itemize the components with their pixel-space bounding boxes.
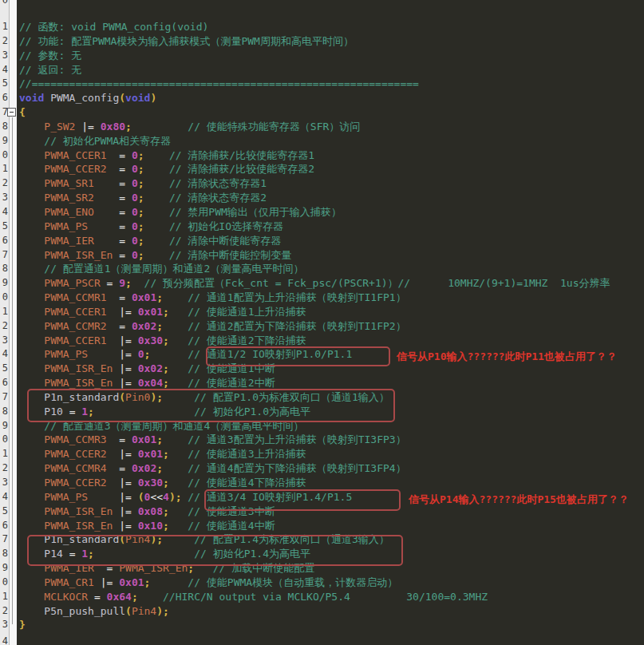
code-line[interactable]: PWMA_PS |= 0; // 通道1/2 IO映射到P1.0/P1.1 [19, 347, 610, 362]
line-number[interactable]: 7 [0, 532, 8, 547]
code-token: 0 [132, 235, 138, 247]
code-line[interactable]: PWMA_ENO = 0; // 禁用PWM输出（仅用于输入捕获） [19, 205, 610, 220]
code-line[interactable]: // 初始化PWMA相关寄存器 [19, 134, 610, 148]
line-number[interactable]: 0 [0, 576, 8, 590]
code-line[interactable]: PWMA_CR1 |= 0x01; // 使能PWMA模块（自动重载，计数器启动… [19, 576, 610, 590]
code-line[interactable]: PWMA_ISR_En |= 0x08; // 使能通道3中断 [19, 505, 610, 519]
code-token [107, 306, 120, 318]
line-number[interactable]: 2 [0, 34, 8, 49]
line-number[interactable]: 5 [0, 505, 8, 519]
line-number[interactable]: 2 [0, 461, 8, 476]
line-number[interactable]: 1 [0, 447, 8, 461]
fold-marker-icon[interactable] [7, 108, 16, 117]
line-number[interactable]: 6 [0, 234, 8, 248]
code-line[interactable]: PWMA_CCMR1 = 0x01; // 通道1配置为上升沿捕获（映射到TI1… [19, 291, 610, 305]
code-line[interactable]: P5n_push_pull(Pin4); [19, 604, 610, 619]
line-number[interactable]: 8 [0, 547, 8, 561]
code-line[interactable]: P10 = 1; // 初始化P1.0为高电平 [19, 405, 610, 419]
code-line[interactable]: PWMA_PSCR = 9; // 预分频配置（Fck_cnt = Fck_ps… [19, 276, 610, 291]
code-line[interactable]: PWMA_CCMR2 = 0x02; // 通道2配置为下降沿捕获（映射到TI1… [19, 319, 610, 334]
fold-line [12, 117, 13, 624]
code-line[interactable]: // 功能: 配置PWMA模块为输入捕获模式（测量PWM周期和高电平时间） [19, 34, 610, 49]
code-line[interactable]: P1n_standard(Pin4); // 配置P1.4为标准双向口（通道3输… [19, 532, 610, 547]
line-number[interactable]: 6 [0, 519, 8, 533]
code-token [169, 477, 188, 489]
code-line[interactable]: PWMA_CCER1 |= 0x30; // 使能通道2下降沿捕获 [19, 334, 610, 348]
code-line[interactable]: PWMA_SR2 = 0; // 清除状态寄存器2 [19, 191, 610, 205]
line-number[interactable]: 2 [0, 604, 8, 619]
line-number[interactable]: 6 [0, 376, 8, 390]
line-number[interactable]: 7 [0, 390, 8, 405]
code-line[interactable]: PWMA_SR1 = 0; // 清除状态寄存器1 [19, 176, 610, 191]
line-number[interactable]: 0 [0, 433, 8, 447]
line-number[interactable]: 8 [0, 262, 8, 276]
code-line[interactable]: PWMA_CCMR3 = 0x01; // 通道3配置为上升沿捕获（映射到TI3… [19, 433, 610, 447]
line-number[interactable]: 2 [0, 319, 8, 334]
code-line[interactable]: MCLKOCR = 0x64; //HIRC/N output via MCLK… [19, 590, 610, 604]
code-token: // 配置通道1（测量周期）和通道2（测量高电平时间） [44, 263, 303, 275]
code-line[interactable]: P1n_standard(Pin0); // 配置P1.0为标准双向口（通道1输… [19, 390, 610, 405]
line-number[interactable]: 1 [0, 162, 8, 176]
line-number[interactable]: 3 [0, 191, 8, 205]
code-line[interactable]: PWMA_CCER2 |= 0x30; // 使能通道4下降沿捕获 [19, 476, 610, 490]
line-number[interactable]: 8 [0, 405, 8, 419]
code-line[interactable]: PWMA_ISR_En |= 0x04; // 使能通道2中断 [19, 376, 610, 390]
code-token: 0 [132, 163, 138, 175]
code-line[interactable]: PWMA_CCER2 |= 0x01; // 使能通道3上升沿捕获 [19, 447, 610, 461]
code-line[interactable]: PWMA_IER = 0; // 清除中断使能寄存器 [19, 234, 610, 248]
code-line[interactable]: // 配置通道1（测量周期）和通道2（测量高电平时间） [19, 262, 610, 276]
line-number[interactable]: 7 [0, 248, 8, 263]
code-line[interactable]: P14 = 1; // 初始化P1.4为高电平 [19, 547, 610, 561]
line-number[interactable]: 2 [0, 176, 8, 191]
code-line[interactable]: PWMA_ISR_En = 0; // 清除中断使能控制变量 [19, 248, 610, 263]
line-number[interactable]: 4 [0, 347, 8, 362]
line-number[interactable]: 3 [0, 334, 8, 348]
line-number[interactable]: 3 [0, 476, 8, 490]
code-token: 1 [81, 548, 88, 560]
code-line[interactable]: PWMA_IER = PWMA_ISR_En; // 加载中断使能配置 [19, 561, 610, 576]
line-number[interactable]: 8 [0, 120, 8, 134]
line-number[interactable]: 4 [0, 205, 8, 220]
code-line[interactable]: PWMA_PS = 0; // 初始化IO选择寄存器 [19, 220, 610, 234]
line-number[interactable]: 1 [0, 590, 8, 604]
code-line[interactable]: // 返回: 无 [19, 63, 610, 77]
line-number[interactable]: 9 [0, 276, 8, 291]
line-number[interactable]: 4 [0, 63, 8, 77]
line-number[interactable]: 1 [0, 20, 8, 34]
code-line[interactable]: P_SW2 |= 0x80; // 使能特殊功能寄存器（SFR）访问 [19, 120, 610, 134]
code-line[interactable]: // 参数: 无 [19, 49, 610, 63]
code-line[interactable]: PWMA_CCER2 = 0; // 清除捕获/比较使能寄存器2 [19, 162, 610, 176]
line-number[interactable]: 0 [0, 291, 8, 305]
code-token [19, 576, 44, 588]
line-number[interactable]: 5 [0, 362, 8, 376]
code-token: 9 [119, 277, 125, 289]
code-token: // 通道1/2 IO映射到P1.0/P1.1 [188, 348, 352, 360]
line-number[interactable]: 1 [0, 305, 8, 319]
code-line[interactable]: { [19, 105, 610, 120]
code-line[interactable]: } [19, 618, 610, 632]
line-number[interactable]: 4 [0, 490, 8, 505]
line-number[interactable]: 3 [0, 49, 8, 63]
line-number[interactable]: 9 [0, 134, 8, 148]
code-token: PWMA_CCER2 [44, 477, 106, 489]
line-number[interactable]: 5 [0, 220, 8, 234]
line-number[interactable]: 5 [0, 77, 8, 91]
code-line[interactable]: PWMA_CCER1 = 0; // 清除捕获/比较使能寄存器1 [19, 148, 610, 163]
code-line[interactable]: void PWMA_config(void) [19, 91, 610, 105]
code-token: ; [125, 277, 132, 289]
code-line[interactable]: //======================================… [19, 77, 610, 91]
line-number[interactable]: 0 [0, 148, 8, 163]
code-line[interactable]: PWMA_ISR_En |= 0x02; // 使能通道1中断 [19, 362, 610, 376]
line-number[interactable]: 9 [0, 561, 8, 576]
code-line[interactable]: // 函数: void PWMA_config(void) [19, 20, 610, 34]
line-number[interactable]: 9 [0, 419, 8, 433]
code-line[interactable]: PWMA_CCMR4 = 0x02; // 通道4配置为下降沿捕获（映射到TI3… [19, 461, 610, 476]
code-line[interactable]: PWMA_CCER1 |= 0x01; // 使能通道1上升沿捕获 [19, 305, 610, 319]
code-line[interactable]: PWMA_PS |= (0<<4); // 通道3/4 IO映射到P1.4/P1… [19, 490, 610, 505]
code-line[interactable]: PWMA_ISR_En |= 0x10; // 使能通道4中断 [19, 519, 610, 533]
code-token [94, 576, 101, 588]
line-number[interactable]: 3 [0, 618, 8, 632]
line-number[interactable]: 6 [0, 91, 8, 105]
code-line[interactable]: // 配置通道3（测量周期）和通道4（测量高电平时间） [19, 419, 610, 433]
code-area[interactable]: // 函数: void PWMA_config(void)// 功能: 配置PW… [19, 20, 610, 632]
